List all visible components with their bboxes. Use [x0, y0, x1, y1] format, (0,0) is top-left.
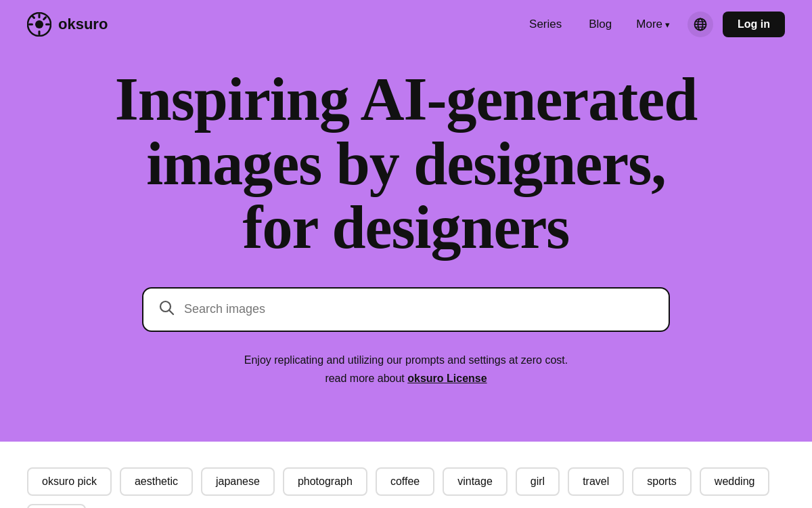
blog-link[interactable]: Blog — [578, 12, 623, 37]
svg-rect-4 — [28, 24, 33, 26]
svg-rect-2 — [39, 14, 41, 18]
search-icon — [158, 299, 175, 320]
tag-pill[interactable]: girl — [516, 467, 560, 496]
tag-pill[interactable]: kodak — [27, 504, 86, 508]
chevron-down-icon: ▾ — [665, 20, 670, 30]
more-button[interactable]: More ▾ — [628, 12, 678, 37]
svg-rect-7 — [43, 16, 47, 21]
svg-point-1 — [35, 20, 43, 28]
tag-pill[interactable]: aesthetic — [120, 467, 193, 496]
logo-text: oksuro — [58, 16, 108, 33]
tag-pill[interactable]: vintage — [443, 467, 508, 496]
svg-rect-5 — [45, 24, 50, 26]
license-link[interactable]: oksuro License — [407, 373, 487, 384]
logo-icon — [27, 12, 51, 37]
tags-section: oksuro pickaestheticjapanesephotographco… — [0, 442, 812, 508]
series-link[interactable]: Series — [518, 12, 572, 37]
hero-title: Inspiring AI-generated images by designe… — [102, 68, 710, 260]
tag-pill[interactable]: photograph — [283, 467, 367, 496]
main-nav: oksuro Series Blog More ▾ Log in — [0, 0, 812, 49]
globe-button[interactable] — [687, 12, 713, 37]
search-bar — [142, 287, 670, 332]
globe-icon — [694, 18, 707, 31]
svg-rect-3 — [39, 30, 41, 35]
tag-pill[interactable]: coffee — [376, 467, 434, 496]
login-button[interactable]: Log in — [723, 12, 785, 37]
hero-section: Inspiring AI-generated images by designe… — [0, 0, 812, 442]
tag-pill[interactable]: wedding — [700, 467, 770, 496]
nav-right: Series Blog More ▾ Log in — [518, 12, 785, 37]
search-input[interactable] — [184, 302, 654, 316]
logo-link[interactable]: oksuro — [27, 12, 108, 37]
tag-pill[interactable]: japanese — [201, 467, 275, 496]
svg-line-14 — [170, 310, 174, 314]
tag-pill[interactable]: travel — [568, 467, 624, 496]
tag-pill[interactable]: oksuro pick — [27, 467, 112, 496]
tag-pill[interactable]: sports — [632, 467, 692, 496]
hero-subtext: Enjoy replicating and utilizing our prom… — [244, 351, 568, 387]
